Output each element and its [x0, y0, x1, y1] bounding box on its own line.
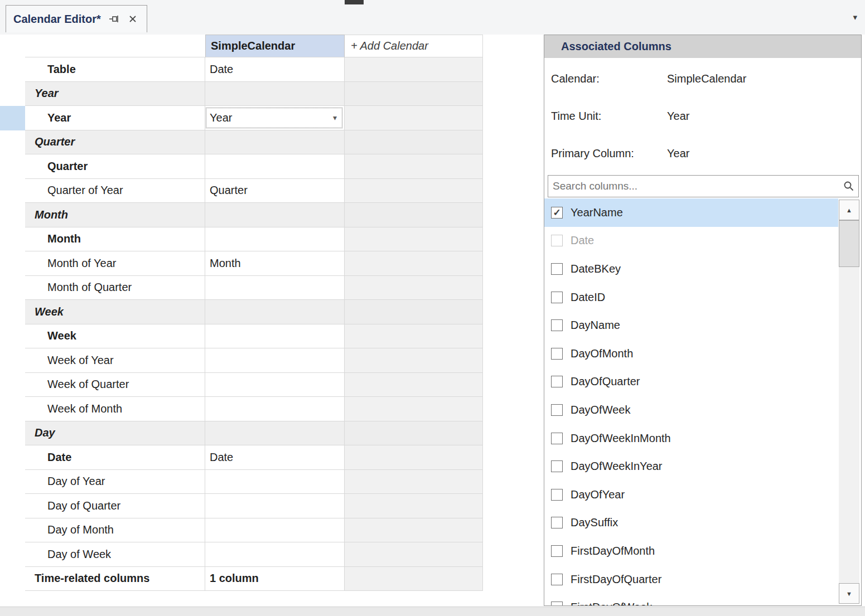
add-calendar-cell[interactable] [345, 470, 483, 494]
row-value-cell[interactable] [205, 373, 345, 397]
row-label[interactable]: Day of Year [25, 470, 205, 494]
list-item[interactable]: FirstDayOfMonth [544, 537, 838, 565]
checkbox-unchecked[interactable] [551, 319, 563, 331]
row-gutter[interactable] [0, 324, 25, 349]
row-value-cell[interactable] [205, 494, 345, 518]
row-gutter[interactable] [0, 179, 25, 203]
add-calendar-cell[interactable] [345, 542, 483, 567]
list-item[interactable]: Date [544, 227, 838, 255]
year-dropdown[interactable]: Year▾ [206, 108, 342, 128]
row-gutter[interactable] [0, 82, 25, 106]
row-label[interactable]: Day of Month [25, 518, 205, 543]
add-calendar-cell[interactable] [345, 300, 483, 324]
row-label[interactable]: Date [25, 445, 205, 470]
scroll-thumb[interactable] [839, 220, 859, 267]
row-label[interactable]: Table [25, 57, 205, 82]
checkbox-unchecked[interactable] [551, 263, 563, 275]
row-gutter[interactable] [0, 154, 25, 179]
list-item[interactable]: DayOfMonth [544, 339, 838, 368]
checkbox-unchecked[interactable] [551, 292, 563, 303]
checkbox-unchecked[interactable] [551, 545, 563, 557]
add-calendar-cell[interactable] [345, 179, 483, 203]
add-calendar-cell[interactable] [345, 348, 483, 373]
add-calendar-cell[interactable] [345, 421, 483, 446]
add-calendar-cell[interactable] [345, 324, 483, 349]
close-icon[interactable] [127, 13, 139, 25]
list-item[interactable]: DayOfWeekInYear [544, 452, 838, 481]
add-calendar-cell[interactable] [345, 130, 483, 155]
checkbox-unchecked[interactable] [551, 235, 563, 246]
window-list-chevron-down-icon[interactable]: ▾ [853, 12, 857, 22]
row-gutter[interactable] [0, 421, 25, 446]
add-calendar-cell[interactable] [345, 567, 483, 591]
row-label[interactable]: Week of Year [25, 348, 205, 373]
row-gutter[interactable] [0, 130, 25, 155]
row-value-cell[interactable] [205, 300, 345, 324]
row-value-cell[interactable] [205, 348, 345, 373]
row-label[interactable]: Week [25, 324, 205, 349]
row-value-cell[interactable] [205, 227, 345, 252]
row-gutter[interactable] [0, 470, 25, 494]
row-value-cell[interactable] [205, 276, 345, 300]
scroll-down-button[interactable]: ▼ [839, 583, 859, 604]
row-label[interactable]: Year [25, 106, 205, 130]
search-icon[interactable] [839, 181, 858, 192]
checkbox-unchecked[interactable] [551, 348, 563, 360]
row-value-cell[interactable]: Date [205, 445, 345, 470]
row-gutter[interactable] [0, 397, 25, 421]
list-item[interactable]: ✓YearName [544, 198, 838, 227]
row-value-cell[interactable] [205, 324, 345, 349]
add-calendar-cell[interactable] [345, 106, 483, 130]
add-calendar-cell[interactable] [345, 397, 483, 421]
checkbox-unchecked[interactable] [551, 574, 563, 585]
add-calendar-cell[interactable] [345, 227, 483, 252]
add-calendar-cell[interactable] [345, 373, 483, 397]
list-item[interactable]: DateBKey [544, 255, 838, 283]
row-label[interactable]: Time-related columns [25, 567, 205, 591]
row-value-cell[interactable] [205, 82, 345, 106]
search-input[interactable] [548, 176, 839, 197]
row-label[interactable]: Week of Quarter [25, 373, 205, 397]
row-value-cell[interactable] [205, 397, 345, 421]
add-calendar-cell[interactable] [345, 518, 483, 543]
add-calendar-cell[interactable] [345, 276, 483, 300]
list-item[interactable]: DateID [544, 283, 838, 312]
add-calendar-cell[interactable] [345, 251, 483, 276]
row-value-cell[interactable] [205, 130, 345, 155]
row-value-cell[interactable] [205, 154, 345, 179]
pin-icon[interactable] [108, 13, 120, 25]
row-label[interactable]: Week of Month [25, 397, 205, 421]
row-gutter[interactable] [0, 348, 25, 373]
row-value-cell[interactable]: 1 column [205, 567, 345, 591]
row-gutter[interactable] [0, 300, 25, 324]
list-item[interactable]: DayOfWeek [544, 396, 838, 424]
list-item[interactable]: DayOfYear [544, 481, 838, 509]
row-value-cell[interactable] [205, 518, 345, 543]
row-gutter[interactable] [0, 227, 25, 252]
checkbox-unchecked[interactable] [551, 489, 563, 501]
add-calendar-cell[interactable] [345, 154, 483, 179]
add-calendar-cell[interactable] [345, 203, 483, 227]
row-label[interactable]: Quarter [25, 154, 205, 179]
row-gutter[interactable] [0, 203, 25, 227]
row-value-cell[interactable]: Year▾ [205, 106, 345, 130]
row-gutter[interactable] [0, 57, 25, 82]
list-item[interactable]: FirstDayOfQuarter [544, 565, 838, 594]
list-item[interactable]: FirstDayOfWeek [544, 593, 838, 605]
add-calendar-cell[interactable] [345, 57, 483, 82]
checkbox-unchecked[interactable] [551, 433, 563, 444]
checkbox-unchecked[interactable] [551, 517, 563, 528]
row-value-cell[interactable]: Date [205, 57, 345, 82]
row-label[interactable]: Month [25, 227, 205, 252]
row-label[interactable]: Day of Quarter [25, 494, 205, 518]
row-value-cell[interactable]: Month [205, 251, 345, 276]
row-value-cell[interactable] [205, 203, 345, 227]
row-gutter[interactable] [0, 542, 25, 567]
scrollbar[interactable]: ▲ ▼ [839, 200, 859, 604]
row-value-cell[interactable] [205, 470, 345, 494]
bottom-scroll-strip[interactable] [0, 607, 865, 616]
row-gutter[interactable] [0, 518, 25, 543]
row-value-cell[interactable]: Quarter [205, 179, 345, 203]
checkbox-checked[interactable]: ✓ [551, 207, 563, 219]
row-gutter[interactable] [0, 373, 25, 397]
